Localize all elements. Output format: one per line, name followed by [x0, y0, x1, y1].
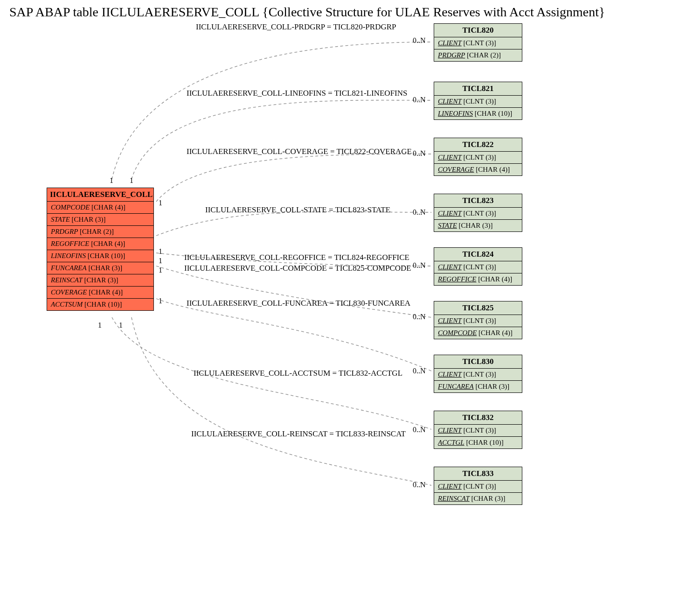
entity-main-header: IICLULAERESERVE_COLL — [47, 188, 153, 202]
cardinality-label: 0..N — [413, 261, 426, 270]
field-row: LINEOFINS [CHAR (10)] — [47, 250, 153, 262]
page-title: SAP ABAP table IICLULAERESERVE_COLL {Col… — [9, 5, 605, 20]
cardinality-label: 0..N — [413, 96, 426, 104]
entity-ticl822: TICL822 CLIENT [CLNT (3)] COVERAGE [CHAR… — [434, 138, 522, 176]
field-row: REINSCAT [CHAR (3)] — [47, 274, 153, 287]
entity-ticl832: TICL832 CLIENT [CLNT (3)] ACCTGL [CHAR (… — [434, 411, 522, 449]
relation-label: IICLULAERESERVE_COLL-REINSCAT = TICL833-… — [191, 429, 406, 439]
entity-ticl823: TICL823 CLIENT [CLNT (3)] STATE [CHAR (3… — [434, 194, 522, 232]
field-row: REGOFFICE [CHAR (4)] — [47, 238, 153, 250]
relation-label: IICLULAERESERVE_COLL-LINEOFINS = TICL821… — [187, 89, 408, 98]
cardinality-label: 1 — [159, 266, 162, 274]
field-row: COVERAGE [CHAR (4)] — [47, 287, 153, 299]
cardinality-label: 1 — [130, 176, 133, 185]
cardinality-label: 0..N — [413, 208, 426, 217]
entity-ticl833: TICL833 CLIENT [CLNT (3)] REINSCAT [CHAR… — [434, 467, 522, 505]
cardinality-label: 0..N — [413, 149, 426, 158]
cardinality-label: 1 — [98, 321, 102, 329]
cardinality-label: 0..N — [413, 36, 426, 45]
cardinality-label: 1 — [159, 247, 162, 256]
cardinality-label: 0..N — [413, 426, 426, 434]
entity-ticl824: TICL824 CLIENT [CLNT (3)] REGOFFICE [CHA… — [434, 247, 522, 286]
entity-ticl830: TICL830 CLIENT [CLNT (3)] FUNCAREA [CHAR… — [434, 355, 522, 393]
field-row: PRDGRP [CHAR (2)] — [47, 226, 153, 238]
relation-label: IICLULAERESERVE_COLL-STATE = TICL823-STA… — [205, 205, 390, 215]
entity-main: IICLULAERESERVE_COLL COMPCODE [CHAR (4)]… — [47, 188, 154, 311]
relation-label: IICLULAERESERVE_COLL-FUNCAREA = TICL830-… — [187, 299, 410, 308]
cardinality-label: 1 — [119, 321, 123, 329]
relation-label: IICLULAERESERVE_COLL-ACCTSUM = TICL832-A… — [194, 369, 402, 378]
relation-label: IICLULAERESERVE_COLL-COVERAGE = TICL822-… — [187, 147, 412, 156]
field-row: COMPCODE [CHAR (4)] — [47, 202, 153, 214]
cardinality-label: 0..N — [413, 481, 426, 489]
field-row: FUNCAREA [CHAR (3)] — [47, 262, 153, 274]
field-row: ACCTSUM [CHAR (10)] — [47, 299, 153, 310]
field-row: STATE [CHAR (3)] — [47, 214, 153, 226]
entity-ticl821: TICL821 CLIENT [CLNT (3)] LINEOFINS [CHA… — [434, 82, 522, 120]
relation-label: IICLULAERESERVE_COLL-PRDGRP = TICL820-PR… — [196, 22, 396, 32]
cardinality-label: 1 — [159, 257, 162, 265]
cardinality-label: 1 — [159, 297, 162, 305]
entity-ticl820: TICL820 CLIENT [CLNT (3)] PRDGRP [CHAR (… — [434, 23, 522, 62]
relation-label: IICLULAERESERVE_COLL-COMPCODE = TICL825-… — [184, 264, 411, 273]
cardinality-label: 0..N — [413, 313, 426, 321]
relation-label: IICLULAERESERVE_COLL-REGOFFICE = TICL824… — [184, 253, 409, 262]
cardinality-label: 1 — [110, 176, 113, 185]
cardinality-label: 1 — [159, 199, 162, 207]
cardinality-label: 0..N — [413, 367, 426, 375]
entity-ticl825: TICL825 CLIENT [CLNT (3)] COMPCODE [CHAR… — [434, 301, 522, 339]
